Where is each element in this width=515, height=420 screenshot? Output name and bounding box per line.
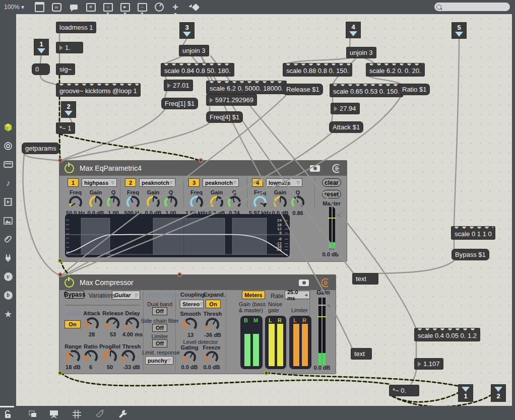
eq-band1-type-dropdown[interactable]: highpass▽ <box>82 178 117 187</box>
eq-response-graph[interactable]: 24 18 12 6 -6 -12 -18 -24 <box>65 214 290 257</box>
outlet-selector-2[interactable]: 2 <box>491 385 505 401</box>
comp-thresh2-knob[interactable] <box>206 318 219 331</box>
comp-ratio-knob[interactable] <box>84 350 98 364</box>
eq-band1-gain-knob[interactable] <box>89 196 102 209</box>
eq-band1-freq-knob[interactable] <box>69 196 82 209</box>
comp-side-chain-off-button[interactable]: Off <box>152 324 167 332</box>
amp-icon[interactable] <box>3 160 13 170</box>
comp-expand-on-button[interactable]: On <box>206 300 221 308</box>
eq-band4-gain-knob[interactable] <box>274 196 287 209</box>
eq-band2-freq-knob[interactable] <box>126 196 140 209</box>
eq-master-gain-marker[interactable] <box>328 218 336 219</box>
comp-release-knob[interactable] <box>106 317 119 331</box>
presentation-mode-icon[interactable] <box>49 409 59 419</box>
object-scale-freq4[interactable]: scale 6.2 0. 5000. 18000. <box>207 81 286 94</box>
message-bypass[interactable]: Bypass $1 <box>452 249 489 260</box>
object-scale-wet[interactable]: scale 0.4 0.05 0. 1.2 <box>415 328 480 341</box>
bring-to-front-icon[interactable] <box>28 409 38 419</box>
object-mul1[interactable]: *~ 1 <box>56 123 75 133</box>
object-unjoin-right[interactable]: unjoin 3 <box>347 47 376 58</box>
eq-band4-type-dropdown[interactable]: lowpass▽ <box>266 178 302 187</box>
comp-gain-marker[interactable] <box>317 316 327 317</box>
eq-band4-q-knob[interactable] <box>291 196 304 209</box>
eq-band1-q-knob[interactable] <box>107 196 120 209</box>
comp-progrel-knob[interactable] <box>103 350 117 364</box>
object-scale-bypass[interactable]: scale 0 1 1 0 <box>452 227 495 239</box>
inlet-selector-1[interactable]: 1 <box>34 39 48 55</box>
message-ratio[interactable]: Ratio $1 <box>399 84 429 95</box>
object-groove[interactable]: groove~ kicktoms @loop 1 <box>56 84 140 96</box>
vimeo-circle-icon[interactable]: v <box>3 271 13 282</box>
number-box-1[interactable]: 1. <box>56 42 83 53</box>
comp-delay-knob[interactable] <box>125 317 139 331</box>
target-icon[interactable] <box>3 141 13 151</box>
inlet-selector-5[interactable]: 5 <box>452 23 466 38</box>
object-scale-ratio[interactable]: scale 6.2 0. 0. 20. <box>366 63 424 76</box>
add-object-icon[interactable]: + <box>170 2 180 12</box>
comp-meters-button[interactable]: Meters <box>242 291 265 299</box>
h-scrollbar-thumb[interactable] <box>0 406 14 407</box>
object-mul0[interactable]: *~ 0. <box>390 385 419 396</box>
comp-smooth-knob[interactable] <box>183 318 197 331</box>
object-text-2[interactable]: text <box>351 348 371 359</box>
eq-band3-freq-knob[interactable] <box>190 196 203 209</box>
message-attack[interactable]: Attack $1 <box>330 122 363 132</box>
comp-limit-response-dropdown[interactable]: punchy▽ <box>145 356 173 365</box>
eq-band2-q-knob[interactable] <box>164 196 177 209</box>
attach-plus-icon[interactable] <box>95 409 105 419</box>
eq-band3-gain-knob[interactable] <box>210 196 223 209</box>
paperclip-icon[interactable] <box>3 234 13 244</box>
compressor-ableton-link-icon[interactable] <box>320 278 330 288</box>
eq-band2-number[interactable]: 2 <box>125 178 136 187</box>
comp-coupling-dropdown[interactable]: Stereo▽ <box>180 300 204 308</box>
beap-circle-icon[interactable]: b <box>3 290 13 300</box>
eq-band1-number[interactable]: 1 <box>68 178 79 187</box>
comp-dual-band-off-button[interactable]: Off <box>152 307 167 315</box>
object-unjoin-left[interactable]: unjoin 3 <box>179 45 209 56</box>
outlet-selector-1[interactable]: 1 <box>459 385 473 401</box>
number-box-1107[interactable]: 1.107 <box>415 359 443 369</box>
message-object-icon[interactable]: m <box>51 2 61 12</box>
toggle-object-icon[interactable]: ✕ <box>86 2 96 12</box>
eq-band4-freq-knob[interactable] <box>253 196 267 209</box>
comp-range-knob[interactable] <box>67 350 80 364</box>
favorites-star-icon[interactable]: ★ <box>3 309 13 319</box>
audio-note-icon[interactable]: ♪ <box>3 178 13 188</box>
comp-bypass-button[interactable]: Bypass <box>65 291 84 299</box>
object-text-1[interactable]: text <box>353 273 378 284</box>
slider-object-icon[interactable]: − <box>137 2 147 12</box>
message-getparams[interactable]: getparams <box>22 143 59 154</box>
object-loadmess[interactable]: loadmess 1 <box>56 22 96 33</box>
comp-variations-dropdown[interactable]: Guitar▽ <box>112 291 140 300</box>
eq-clear-button[interactable]: clear <box>322 178 341 187</box>
comment-icon[interactable] <box>69 2 79 12</box>
eq-band3-number[interactable]: 3 <box>188 178 200 187</box>
window-panes-icon[interactable] <box>34 2 44 12</box>
zoom-level-menu[interactable]: 100% ▾ <box>4 4 24 11</box>
eq-band2-type-dropdown[interactable]: peaknotch▽ <box>139 178 175 187</box>
eq-band3-type-dropdown[interactable]: peaknotch▽ <box>203 178 239 187</box>
search-input[interactable] <box>434 3 510 11</box>
inlet-selector-4[interactable]: 4 <box>346 22 360 38</box>
comp-rate-dropdown[interactable]: 25.0 ms◀ <box>285 291 310 299</box>
eq-band2-gain-knob[interactable] <box>147 196 160 209</box>
packages-cube-icon[interactable] <box>3 122 13 132</box>
inlet-selector-2[interactable]: 2 <box>61 102 76 117</box>
message-zero[interactable]: 0 <box>32 64 49 75</box>
compressor-power-icon[interactable] <box>65 278 74 288</box>
compressor-camera-icon[interactable] <box>299 279 309 286</box>
unlock-icon[interactable] <box>3 409 13 419</box>
comp-agc-on-button[interactable]: On <box>65 320 81 328</box>
number-box-5971[interactable]: 5971.292969 <box>207 95 256 105</box>
message-release[interactable]: Release $1 <box>283 84 323 95</box>
number-box-2701[interactable]: 27.01 <box>164 80 192 91</box>
paint-bucket-icon[interactable] <box>190 2 201 12</box>
eq-master-slider-triangle[interactable]: ◁ <box>337 212 341 217</box>
eq-band4-number[interactable]: 4 <box>252 178 263 187</box>
button-object-icon[interactable]: ○ <box>103 2 113 12</box>
eq-power-icon[interactable] <box>65 164 74 173</box>
dial-object-icon[interactable] <box>154 2 164 12</box>
video-filmstrip-icon[interactable] <box>3 197 13 207</box>
object-scale-release[interactable]: scale 0.88 0.8 0. 150. <box>283 63 352 76</box>
eq-camera-icon[interactable] <box>310 165 320 172</box>
